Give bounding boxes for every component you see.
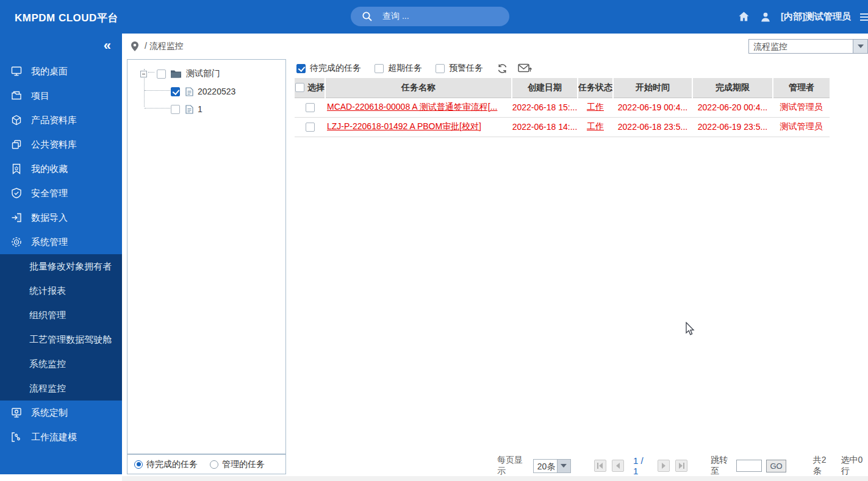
sidebar-item-system-custom[interactable]: 系统定制 <box>0 401 122 425</box>
sidebar-item-favorites[interactable]: 我的收藏 <box>0 157 122 181</box>
filter-pending-tasks[interactable]: 待完成的任务 <box>296 63 361 74</box>
tree-node-label[interactable]: 20220523 <box>198 87 235 96</box>
sidebar-subitem-system-monitor[interactable]: 系统监控 <box>0 352 122 376</box>
folder-icon <box>170 69 182 78</box>
document-icon <box>185 87 193 96</box>
sidebar-item-label: 系统管理 <box>31 237 68 248</box>
top-header: KMPDM CLOUD平台 查询 ... [内部]测试管理员 <box>0 0 868 34</box>
current-user-label[interactable]: [内部]测试管理员 <box>781 11 851 23</box>
filter-warning-tasks[interactable]: 预警任务 <box>436 63 483 74</box>
system-management-submenu: 批量修改对象拥有者 统计报表 组织管理 工艺管理数据驾驶舱 系统监控 流程监控 <box>0 254 122 401</box>
pagination-bar: 每页显示 20条 1 / 1 跳转至 GO 共2条 选中0行 <box>295 457 868 474</box>
radio-label: 待完成的任务 <box>146 459 198 470</box>
tree-connector <box>145 108 171 109</box>
sidebar-item-product-library[interactable]: 产品资料库 <box>0 108 122 132</box>
filter-label: 超期任务 <box>388 63 422 74</box>
chevron-down-icon[interactable] <box>853 40 867 53</box>
filter-label: 预警任务 <box>449 63 483 74</box>
per-page-select[interactable]: 20条 <box>533 459 571 473</box>
radio-label: 管理的任务 <box>222 459 265 470</box>
location-pin-icon <box>131 41 139 52</box>
last-page-button[interactable] <box>675 460 687 472</box>
desktop-icon <box>10 65 23 77</box>
sidebar-item-label: 数据导入 <box>31 212 68 224</box>
column-header-start: 开始时间 <box>613 78 692 98</box>
go-button[interactable]: GO <box>766 460 786 472</box>
task-name-link[interactable]: LZJ-P-220618-01492 A PBOM审批[校对] <box>327 121 481 131</box>
sidebar-subitem-batch-modify-owner[interactable]: 批量修改对象拥有者 <box>0 254 122 279</box>
filter-overdue-tasks[interactable]: 超期任务 <box>375 63 422 74</box>
tree-node-child: 1 <box>171 104 203 114</box>
sidebar-item-public-library[interactable]: 公共资料库 <box>0 132 122 157</box>
system-management-icon <box>10 236 23 248</box>
global-search-input[interactable]: 查询 ... <box>351 7 509 26</box>
jump-label: 跳转至 <box>711 455 732 477</box>
hamburger-menu-icon[interactable] <box>860 13 868 21</box>
user-icon[interactable] <box>759 11 772 23</box>
first-page-button[interactable] <box>594 460 606 472</box>
module-select-value: 流程监控 <box>753 41 787 52</box>
tree-collapse-icon[interactable] <box>140 71 147 77</box>
radio-managed-tasks[interactable]: 管理的任务 <box>210 459 265 470</box>
checkbox-icon <box>296 64 306 73</box>
sidebar-item-project[interactable]: 项目 <box>0 84 122 108</box>
data-import-icon <box>10 212 23 224</box>
page-info: 1 / 1 <box>633 455 648 476</box>
task-table: 选择 任务名称 创建日期 任务状态 开始时间 完成期限 管理者 MCAD-220… <box>295 78 830 137</box>
task-status-link[interactable]: 工作 <box>587 121 604 131</box>
column-header-task-name: 任务名称 <box>325 78 512 98</box>
favorites-icon <box>10 163 23 175</box>
tree-node-label[interactable]: 测试部门 <box>186 68 220 79</box>
sidebar-subitem-organization[interactable]: 组织管理 <box>0 303 122 327</box>
column-header-select: 选择 <box>307 82 325 93</box>
filter-label: 待完成的任务 <box>310 63 361 74</box>
sidebar-item-label: 工作流建模 <box>31 432 77 443</box>
mouse-cursor <box>686 322 696 337</box>
row-checkbox[interactable] <box>306 123 315 132</box>
refresh-icon[interactable] <box>497 63 508 74</box>
search-placeholder: 查询 ... <box>382 11 409 22</box>
column-header-created: 创建日期 <box>512 78 578 98</box>
sidebar-item-data-import[interactable]: 数据导入 <box>0 205 122 230</box>
radio-pending-tasks[interactable]: 待完成的任务 <box>134 459 198 470</box>
table-row: LZJ-P-220618-01492 A PBOM审批[校对] 2022-06-… <box>295 117 830 137</box>
sidebar-item-label: 系统定制 <box>31 407 68 419</box>
row-checkbox[interactable] <box>306 103 315 112</box>
product-library-icon <box>10 114 23 126</box>
sidebar-subitem-process-data-cockpit[interactable]: 工艺管理数据驾驶舱 <box>0 327 122 352</box>
home-icon[interactable] <box>737 10 750 23</box>
sidebar-item-workflow-modeling[interactable]: 工作流建模 <box>0 425 122 449</box>
task-filter-bar: 待完成的任务 超期任务 预警任务 <box>296 60 542 76</box>
task-created-date: 2022-06-18 15:... <box>512 98 578 117</box>
radio-icon <box>134 460 143 469</box>
sidebar-item-security[interactable]: 安全管理 <box>0 181 122 205</box>
task-deadline: 2022-06-19 23:5... <box>692 117 773 137</box>
select-all-checkbox[interactable] <box>295 83 304 92</box>
sidebar-item-my-desktop[interactable]: 我的桌面 <box>0 59 122 84</box>
column-header-status: 任务状态 <box>578 78 613 98</box>
task-name-link[interactable]: MCAD-220618-00008 A 测试普通签审流程[... <box>327 102 497 112</box>
task-status-link[interactable]: 工作 <box>587 102 604 112</box>
sidebar-collapse-button[interactable]: « <box>104 39 111 52</box>
task-mode-switch: 待完成的任务 管理的任务 <box>127 454 286 474</box>
sidebar-subitem-process-monitor[interactable]: 流程监控 <box>0 376 122 401</box>
prev-page-button[interactable] <box>612 460 624 472</box>
jump-page-input[interactable] <box>736 460 762 472</box>
next-page-button[interactable] <box>658 460 670 472</box>
tree-node-label[interactable]: 1 <box>198 104 203 114</box>
checkbox-icon <box>375 64 384 73</box>
chevron-down-icon[interactable] <box>557 460 570 472</box>
breadcrumb: / 流程监控 <box>131 41 184 52</box>
tree-node-checkbox[interactable] <box>171 87 180 96</box>
horizontal-scrollbar[interactable] <box>122 476 868 481</box>
sidebar-subitem-statistics-report[interactable]: 统计报表 <box>0 279 122 303</box>
table-header-row: 选择 任务名称 创建日期 任务状态 开始时间 完成期限 管理者 <box>295 78 830 98</box>
send-mail-icon[interactable] <box>518 63 532 74</box>
module-select-dropdown[interactable]: 流程监控 <box>748 39 868 54</box>
sidebar-item-system-management[interactable]: 系统管理 <box>0 230 122 254</box>
tree-root-checkbox[interactable] <box>157 69 166 79</box>
sidebar-item-label: 公共资料库 <box>31 139 77 151</box>
workflow-modeling-icon <box>10 431 23 443</box>
tree-node-checkbox[interactable] <box>171 105 180 114</box>
table-row: MCAD-220618-00008 A 测试普通签审流程[... 2022-06… <box>295 98 830 117</box>
